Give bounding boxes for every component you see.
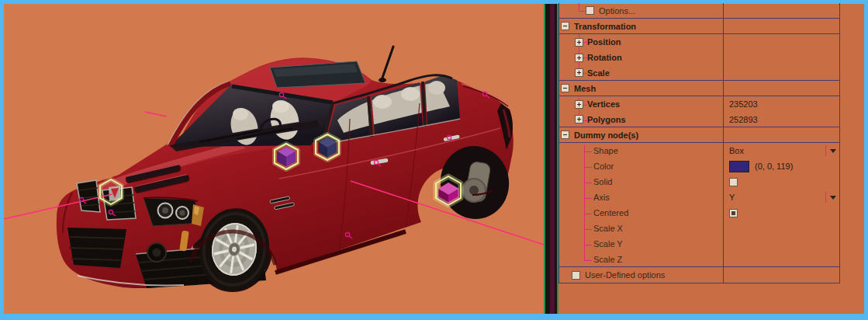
dropdown-separator (825, 192, 826, 203)
user-defined-options-checkbox[interactable] (572, 271, 580, 280)
antenna (379, 47, 393, 82)
section-label: Mesh (574, 84, 596, 93)
shape-value: Box (724, 146, 744, 155)
row-scale-x[interactable]: Scale X (559, 221, 839, 236)
row-label: Shape (593, 146, 618, 155)
row-label: Scale (587, 68, 610, 78)
dropdown-separator (825, 145, 826, 156)
row-label: Solid (593, 177, 612, 186)
expand-icon[interactable] (575, 38, 583, 47)
color-swatch[interactable] (729, 161, 749, 172)
headlight (144, 197, 204, 226)
row-label: Polygons (587, 115, 626, 124)
row-label: Scale X (593, 224, 623, 233)
row-centered[interactable]: Centered (559, 205, 839, 221)
row-polygons[interactable]: Polygons 252893 (559, 112, 839, 127)
solid-checkbox[interactable] (729, 178, 738, 186)
row-shape[interactable]: Shape Box (559, 143, 839, 158)
chevron-down-icon[interactable] (830, 196, 836, 200)
viewport-panel-splitter[interactable] (544, 4, 558, 314)
row-options[interactable]: Options... (559, 3, 839, 19)
row-color[interactable]: Color (0, 0, 119) (559, 158, 839, 174)
options-checkbox[interactable] (586, 6, 594, 15)
row-label: Scale Y (593, 239, 623, 249)
window-content: Options... Transformation Position Rotat… (4, 4, 864, 314)
row-label: Options... (599, 6, 635, 16)
row-solid[interactable]: Solid (559, 174, 839, 190)
helper-line-windshield (145, 112, 167, 117)
expand-icon[interactable] (575, 100, 583, 109)
section-label: Transformation (574, 22, 636, 31)
centered-checkbox[interactable] (729, 209, 738, 217)
expand-icon[interactable] (575, 68, 583, 77)
row-label: Position (587, 37, 621, 47)
row-label: Vertices (587, 99, 620, 109)
row-mesh[interactable]: Mesh (559, 81, 839, 96)
row-scale-y[interactable]: Scale Y (559, 236, 839, 252)
section-label: Dummy node(s) (574, 130, 638, 140)
row-label: Centered (593, 208, 628, 217)
row-label: User-Defined options (585, 270, 665, 280)
chevron-down-icon[interactable] (830, 149, 836, 153)
row-axis[interactable]: Axis Y (559, 190, 839, 205)
row-position[interactable]: Position (559, 34, 839, 50)
dummy-node-mirror-cube[interactable] (316, 134, 339, 160)
row-label: Scale Z (593, 255, 622, 264)
row-label: Color (593, 162, 614, 171)
collapse-icon[interactable] (561, 84, 569, 92)
collapse-icon[interactable] (561, 22, 569, 30)
3d-viewport[interactable] (4, 4, 544, 314)
row-scale-z[interactable]: Scale Z (559, 252, 839, 267)
row-vertices[interactable]: Vertices 235203 (559, 96, 839, 112)
collapse-icon[interactable] (561, 130, 569, 139)
color-value: (0, 0, 119) (749, 162, 793, 171)
expand-icon[interactable] (575, 54, 583, 62)
row-rotation[interactable]: Rotation (559, 50, 839, 65)
properties-panel: Options... Transformation Position Rotat… (558, 4, 864, 314)
row-dummy-nodes[interactable]: Dummy node(s) (559, 127, 839, 143)
row-label: Rotation (587, 53, 622, 62)
axis-value: Y (724, 193, 735, 202)
vertices-value: 235203 (724, 99, 758, 109)
row-transformation[interactable]: Transformation (559, 19, 839, 34)
expand-icon[interactable] (575, 115, 583, 123)
row-user-defined-options[interactable]: User-Defined options (559, 267, 839, 283)
dummy-node-hood-cube[interactable] (275, 144, 298, 169)
car-scene (4, 4, 544, 314)
application-window: Options... Transformation Position Rotat… (0, 0, 868, 320)
polygons-value: 252893 (724, 115, 758, 124)
row-label: Axis (593, 193, 610, 202)
property-grid: Options... Transformation Position Rotat… (558, 3, 840, 283)
row-scale[interactable]: Scale (559, 65, 839, 81)
